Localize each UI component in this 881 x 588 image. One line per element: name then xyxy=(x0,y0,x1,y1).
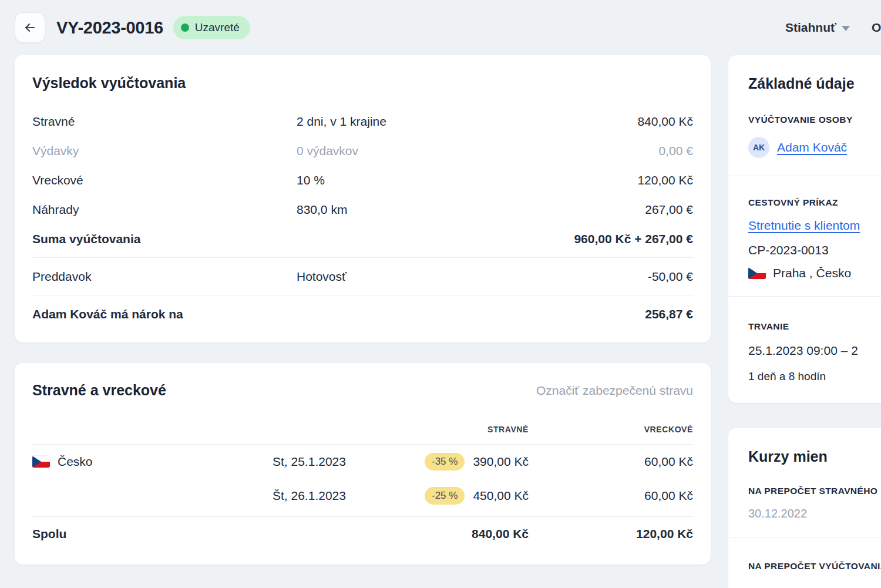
sidebar: Základné údaje VYÚČTOVANIE OSOBY AK Adam… xyxy=(728,55,881,588)
summary-row: Suma vyúčtovania960,00 Kč + 267,00 € xyxy=(32,224,693,254)
duration-range: 25.1.2023 09:00 – 2 xyxy=(748,344,881,358)
total-vreckove: 120,00 Kč xyxy=(529,527,693,541)
meal-row-date: St, 25.1.2023 xyxy=(273,455,402,469)
divider xyxy=(32,257,693,258)
person-link[interactable]: Adam Kováč xyxy=(777,140,847,154)
duration-length: 1 deň a 8 hodín xyxy=(748,370,881,383)
trip-order-number: CP-2023-0013 xyxy=(748,243,881,257)
summary-row-amount: 120,00 Kč xyxy=(637,173,693,187)
czech-flag-icon xyxy=(748,267,766,279)
summary-rows: Stravné2 dni, v 1 krajine840,00 KčVýdavk… xyxy=(32,107,693,329)
meal-row-vreckove: 60,00 Kč xyxy=(529,455,693,469)
summary-row-amount: 960,00 Kč + 267,00 € xyxy=(574,232,693,246)
meals-table-header: STRAVNÉ VRECKOVÉ xyxy=(32,414,693,445)
summary-row-amount: -50,00 € xyxy=(648,270,693,284)
meal-row-date: Št, 26.1.2023 xyxy=(273,489,402,503)
exchange-rates-title: Kurzy mien xyxy=(748,448,881,465)
summary-row-detail: 10 % xyxy=(297,173,637,187)
basic-info-card: Základné údaje VYÚČTOVANIE OSOBY AK Adam… xyxy=(728,55,881,403)
status-label: Uzavreté xyxy=(195,21,240,34)
basic-info-title: Základné údaje xyxy=(748,75,881,92)
meal-row-country: Česko xyxy=(32,455,273,469)
discount-badge: -35 % xyxy=(425,453,465,471)
divider xyxy=(728,296,881,297)
meal-row-vreckove: 60,00 Kč xyxy=(529,489,693,503)
trip-order-link[interactable]: Stretnutie s klientom xyxy=(748,219,860,233)
chevron-down-icon xyxy=(842,26,850,31)
summary-row-amount: 267,00 € xyxy=(645,203,693,217)
divider xyxy=(728,537,881,537)
discount-badge: -25 % xyxy=(425,487,465,505)
summary-row-label: Výdavky xyxy=(32,144,297,158)
summary-row: Adam Kováč má nárok na256,87 € xyxy=(32,300,693,329)
meal-table-row: ČeskoSt, 25.1.2023-35 %390,00 Kč60,00 Kč xyxy=(32,445,693,479)
column-header-stravne: STRAVNÉ xyxy=(402,425,529,434)
content: Výsledok vyúčtovania Stravné2 dni, v 1 k… xyxy=(0,55,881,588)
download-button[interactable]: Stiahnuť xyxy=(785,21,850,35)
czech-flag-icon xyxy=(32,456,50,468)
meal-rate-label: NA PREPOČET STRAVNÉHO xyxy=(748,486,881,496)
page-title: VY-2023-0016 xyxy=(56,18,163,38)
meal-table-row: Št, 26.1.2023-25 %450,00 Kč60,00 Kč xyxy=(32,479,693,513)
back-arrow-icon xyxy=(23,21,37,35)
download-label: Stiahnuť xyxy=(785,21,836,35)
trip-order-section-label: CESTOVNÝ PRÍKAZ xyxy=(748,197,881,208)
mark-provided-meals-button[interactable]: Označiť zabezpečenú stravu xyxy=(536,384,693,398)
meals-card: Stravné a vreckové Označiť zabezpečenú s… xyxy=(15,363,711,565)
meals-table-body: ČeskoSt, 25.1.2023-35 %390,00 Kč60,00 Kč… xyxy=(32,445,693,513)
summary-row: Vreckové10 %120,00 Kč xyxy=(32,166,693,195)
country-name: Česko xyxy=(58,455,93,469)
total-label: Spolu xyxy=(32,527,273,541)
person-section-label: VYÚČTOVANIE OSOBY xyxy=(748,115,881,125)
summary-row: Stravné2 dni, v 1 krajine840,00 Kč xyxy=(32,107,693,136)
main-column: Výsledok vyúčtovania Stravné2 dni, v 1 k… xyxy=(15,55,711,565)
meal-rate-date: 30.12.2022 xyxy=(748,507,881,520)
divider xyxy=(728,176,881,176)
summary-row: Výdavky0 výdavkov0,00 € xyxy=(32,136,693,166)
topbar: VY-2023-0016 Uzavreté Stiahnuť O xyxy=(0,0,881,55)
settlement-rate-label: NA PREPOČET VYÚČTOVANIA xyxy=(748,561,881,572)
summary-row-label: Suma vyúčtovania xyxy=(32,232,297,246)
stravne-amount: 450,00 Kč xyxy=(473,489,529,503)
meals-card-title: Stravné a vreckové xyxy=(32,382,166,399)
summary-row-detail: 830,0 km xyxy=(297,203,645,217)
status-dot-icon xyxy=(181,23,189,32)
summary-row: PreddavokHotovosť-50,00 € xyxy=(32,262,693,291)
summary-row-detail: 2 dni, v 1 krajine xyxy=(297,115,637,129)
meal-row-stravne: -25 %450,00 Kč xyxy=(402,487,529,505)
back-button[interactable] xyxy=(15,12,45,43)
person-row: AK Adam Kováč xyxy=(748,137,881,158)
divider xyxy=(32,295,693,295)
avatar: AK xyxy=(748,137,769,158)
stravne-amount: 390,00 Kč xyxy=(473,455,529,469)
summary-row-label: Adam Kováč má nárok na xyxy=(32,307,297,321)
trip-order-location: Praha , Česko xyxy=(773,266,851,280)
summary-card-title: Výsledok vyúčtovania xyxy=(32,75,693,92)
summary-row-label: Vreckové xyxy=(32,173,297,187)
duration-section-label: TRVANIE xyxy=(748,321,881,332)
summary-row-label: Náhrady xyxy=(32,203,297,217)
summary-row-amount: 256,87 € xyxy=(645,307,693,321)
summary-row-label: Stravné xyxy=(32,115,297,129)
summary-row-detail: 0 výdavkov xyxy=(297,144,659,158)
status-badge: Uzavreté xyxy=(173,16,250,39)
summary-row-detail: Hotovosť xyxy=(297,270,648,284)
meals-total-row: Spolu 840,00 Kč 120,00 Kč xyxy=(32,516,693,550)
exchange-rates-card: Kurzy mien NA PREPOČET STRAVNÉHO 30.12.2… xyxy=(728,428,881,588)
meal-row-stravne: -35 %390,00 Kč xyxy=(402,453,529,471)
more-button[interactable]: O xyxy=(872,21,881,35)
summary-row-amount: 840,00 Kč xyxy=(637,115,693,129)
trip-order-location-row: Praha , Česko xyxy=(748,266,881,280)
column-header-vreckove: VRECKOVÉ xyxy=(529,425,693,434)
topbar-actions: Stiahnuť O xyxy=(785,0,881,55)
summary-row: Náhrady830,0 km267,00 € xyxy=(32,195,693,224)
summary-row-label: Preddavok xyxy=(32,270,297,284)
meals-card-header: Stravné a vreckové Označiť zabezpečenú s… xyxy=(32,382,693,399)
settlement-summary-card: Výsledok vyúčtovania Stravné2 dni, v 1 k… xyxy=(15,55,711,342)
total-stravne: 840,00 Kč xyxy=(402,527,529,541)
summary-row-amount: 0,00 € xyxy=(659,144,693,158)
